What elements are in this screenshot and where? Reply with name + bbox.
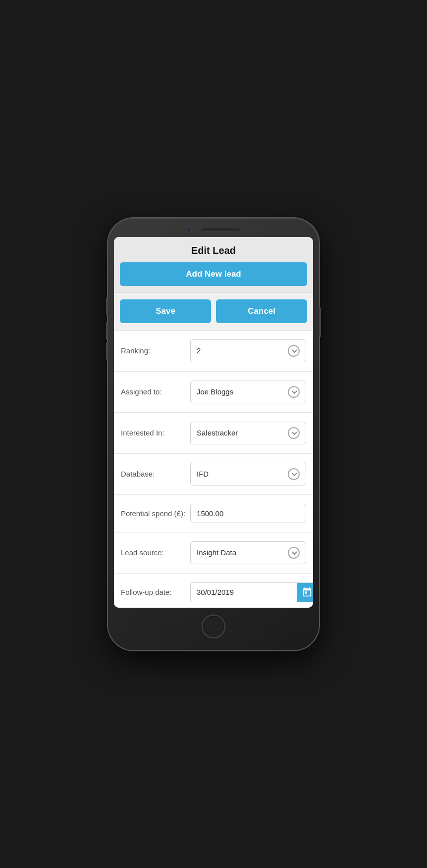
phone-frame: Edit Lead Add New lead Save Cancel Ranki… bbox=[107, 217, 320, 651]
add-new-lead-button[interactable]: Add New lead bbox=[120, 262, 307, 286]
lead-source-row: Lead source: Insight Data bbox=[114, 532, 313, 574]
database-select[interactable]: IFD bbox=[190, 463, 306, 485]
assigned-to-row: Assigned to: Joe Bloggs bbox=[114, 372, 313, 413]
interested-in-control: Salestracker bbox=[190, 422, 306, 444]
ranking-row: Ranking: 2 bbox=[114, 331, 313, 372]
follow-up-date-label: Follow-up date: bbox=[121, 588, 185, 596]
interested-in-label: Interested In: bbox=[121, 429, 185, 437]
lead-source-select[interactable]: Insight Data bbox=[190, 541, 306, 564]
page-title: Edit Lead bbox=[120, 245, 307, 256]
interested-in-row: Interested In: Salestracker bbox=[114, 413, 313, 454]
potential-spend-control bbox=[190, 504, 306, 523]
form-content: Ranking: 2 Assigned to: Joe Bloggs bbox=[114, 331, 313, 608]
follow-up-date-row: Follow-up date: bbox=[114, 574, 313, 608]
phone-screen: Edit Lead Add New lead Save Cancel Ranki… bbox=[114, 237, 313, 608]
follow-up-date-input[interactable] bbox=[191, 583, 297, 601]
assigned-to-value: Joe Bloggs bbox=[197, 387, 233, 396]
lead-source-control: Insight Data bbox=[190, 541, 306, 564]
cancel-button[interactable]: Cancel bbox=[216, 299, 307, 323]
action-buttons-row: Save Cancel bbox=[114, 292, 313, 331]
follow-up-date-control bbox=[190, 582, 313, 602]
follow-up-date-wrapper bbox=[190, 582, 313, 602]
assigned-to-select[interactable]: Joe Bloggs bbox=[190, 381, 306, 403]
database-value: IFD bbox=[197, 470, 209, 478]
camera-icon bbox=[187, 227, 192, 232]
interested-in-select[interactable]: Salestracker bbox=[190, 422, 306, 444]
ranking-chevron-icon bbox=[288, 345, 300, 357]
app-header: Edit Lead Add New lead bbox=[114, 237, 313, 292]
database-control: IFD bbox=[190, 463, 306, 485]
lead-source-value: Insight Data bbox=[197, 548, 236, 557]
interested-in-chevron-icon bbox=[288, 427, 300, 439]
home-button[interactable] bbox=[202, 615, 225, 638]
potential-spend-input[interactable] bbox=[190, 504, 306, 523]
database-label: Database: bbox=[121, 470, 185, 478]
assigned-to-label: Assigned to: bbox=[121, 387, 185, 396]
phone-top-bar bbox=[114, 227, 313, 232]
speaker-icon bbox=[201, 228, 240, 232]
calendar-icon bbox=[302, 587, 313, 598]
lead-source-chevron-icon bbox=[288, 547, 300, 559]
interested-in-value: Salestracker bbox=[197, 429, 238, 437]
ranking-value: 2 bbox=[197, 346, 201, 355]
ranking-select[interactable]: 2 bbox=[190, 339, 306, 362]
ranking-control: 2 bbox=[190, 339, 306, 362]
assigned-to-chevron-icon bbox=[288, 386, 300, 398]
save-button[interactable]: Save bbox=[120, 299, 211, 323]
database-chevron-icon bbox=[288, 468, 300, 480]
assigned-to-control: Joe Bloggs bbox=[190, 381, 306, 403]
database-row: Database: IFD bbox=[114, 454, 313, 495]
calendar-button[interactable] bbox=[297, 583, 313, 602]
lead-source-label: Lead source: bbox=[121, 548, 185, 557]
potential-spend-label: Potential spend (£): bbox=[121, 509, 185, 518]
potential-spend-row: Potential spend (£): bbox=[114, 495, 313, 532]
ranking-label: Ranking: bbox=[121, 346, 185, 355]
